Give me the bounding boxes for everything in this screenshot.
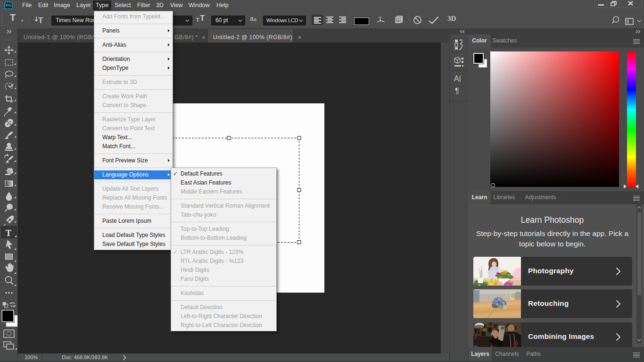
svg-text:T: T: [38, 16, 43, 25]
svg-text:T: T: [6, 228, 11, 238]
